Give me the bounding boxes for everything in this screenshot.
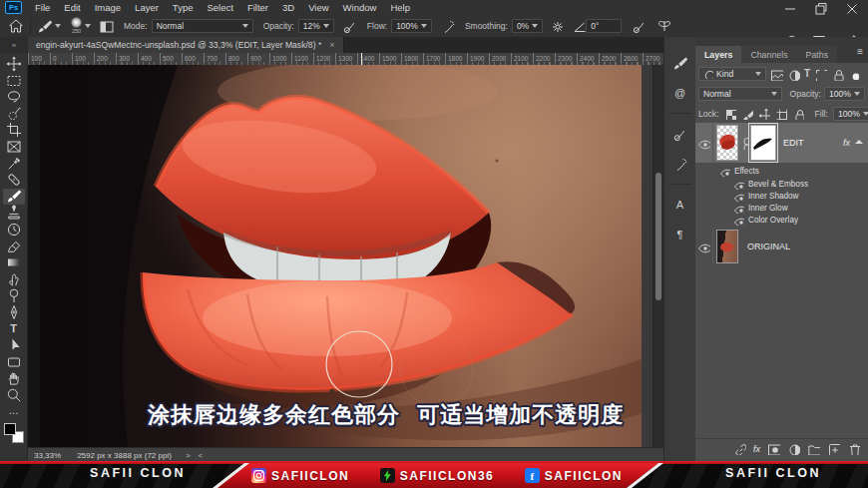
new-layer-icon[interactable] xyxy=(827,442,840,455)
character-panel-icon[interactable]: A xyxy=(669,195,691,215)
close-button[interactable] xyxy=(844,1,858,15)
add-layer-mask-icon[interactable] xyxy=(767,442,780,455)
tool-clone-stamp[interactable] xyxy=(3,205,25,221)
clone-source-panel-icon[interactable]: @ xyxy=(669,83,691,103)
pressure-opacity-icon[interactable] xyxy=(342,19,357,34)
brush-preset-picker[interactable]: 250 xyxy=(71,17,82,35)
lock-position-icon[interactable] xyxy=(758,108,770,120)
tool-dodge[interactable] xyxy=(3,287,25,303)
tool-eyedropper[interactable] xyxy=(3,156,25,172)
pressure-size-icon[interactable] xyxy=(632,19,647,34)
fill-field[interactable]: 100% xyxy=(833,107,868,121)
tool-gradient[interactable] xyxy=(3,254,25,270)
menu-file[interactable]: File xyxy=(35,2,50,13)
tool-zoom[interactable] xyxy=(3,387,25,403)
brush-settings-panel-icon[interactable] xyxy=(669,53,691,73)
layer-row-original[interactable]: ORIGINAL xyxy=(695,228,868,265)
vertical-scrollbar[interactable] xyxy=(652,65,663,447)
new-group-icon[interactable] xyxy=(807,442,820,455)
home-icon[interactable] xyxy=(8,18,24,34)
filter-shape-layers-icon[interactable] xyxy=(814,68,827,81)
tool-pen[interactable] xyxy=(3,304,25,320)
effects-eye-icon[interactable] xyxy=(719,166,730,177)
brushes-panel-icon[interactable] xyxy=(669,154,691,174)
lock-paint-icon[interactable] xyxy=(741,108,753,120)
layer-style-icon[interactable]: fx xyxy=(753,444,760,454)
lock-artboard-icon[interactable] xyxy=(775,108,787,120)
filter-pixel-layers-icon[interactable] xyxy=(770,68,783,81)
lock-transparency-icon[interactable] xyxy=(724,108,736,120)
collapse-effects-icon[interactable] xyxy=(855,140,863,144)
layer-thumbnail-edit[interactable] xyxy=(716,125,738,161)
tab-overflow-chevron[interactable]: » xyxy=(0,37,28,53)
tool-rectangle[interactable] xyxy=(3,354,25,370)
tool-hand[interactable] xyxy=(3,370,25,386)
layer-visibility-eye-icon[interactable] xyxy=(695,123,713,163)
filter-smart-objects-icon[interactable] xyxy=(831,68,844,81)
tab-channels[interactable]: Channels xyxy=(741,46,796,63)
tool-quick-selection[interactable] xyxy=(3,106,25,122)
document-tab-close[interactable]: × xyxy=(329,40,334,50)
menu-filter[interactable]: Filter xyxy=(247,2,268,13)
color-swatches[interactable] xyxy=(3,422,25,444)
paragraph-panel-icon[interactable]: ¶ xyxy=(669,225,691,244)
smoothing-gear-icon[interactable] xyxy=(550,19,564,33)
tool-history-brush[interactable] xyxy=(3,222,25,238)
menu-view[interactable]: View xyxy=(308,2,328,13)
blend-mode-select[interactable]: Normal xyxy=(152,19,253,33)
adjustment-layer-icon[interactable] xyxy=(787,442,800,455)
menu-image[interactable]: Image xyxy=(95,2,121,13)
flow-field[interactable]: 100% xyxy=(391,19,432,33)
brush-panel-icon[interactable] xyxy=(669,124,691,144)
menu-select[interactable]: Select xyxy=(207,2,232,13)
brush-tool-icon[interactable] xyxy=(37,19,52,34)
tool-move[interactable] xyxy=(3,56,25,72)
tab-layers[interactable]: Layers xyxy=(695,46,741,63)
restore-button[interactable] xyxy=(813,1,827,15)
layer-mask-thumbnail[interactable] xyxy=(750,125,776,161)
effect-row-inner-shadow[interactable]: Inner Shadow xyxy=(695,190,868,202)
filter-adjustment-layers-icon[interactable] xyxy=(787,68,800,81)
layer-thumbnail-original[interactable] xyxy=(716,230,738,263)
menu-layer[interactable]: Layer xyxy=(135,2,159,13)
layer-visibility-eye-icon[interactable] xyxy=(695,228,713,265)
link-layers-icon[interactable] xyxy=(733,442,746,455)
effect-eye-icon[interactable] xyxy=(733,203,744,214)
minimize-button[interactable] xyxy=(782,1,796,15)
lock-all-icon[interactable] xyxy=(792,108,804,120)
airbrush-icon[interactable] xyxy=(440,19,455,34)
status-prev-arrow[interactable]: < xyxy=(199,451,204,460)
effect-eye-icon[interactable] xyxy=(733,179,744,190)
brush-preset-caret[interactable] xyxy=(85,24,91,28)
tab-paths[interactable]: Paths xyxy=(797,46,838,63)
opacity-field[interactable]: 12% xyxy=(298,19,334,33)
layer-fx-badge[interactable]: fx xyxy=(843,138,850,148)
menu-type[interactable]: Type xyxy=(173,2,194,13)
effect-row-color-overlay[interactable]: Color Overlay xyxy=(695,214,868,226)
document-canvas[interactable] xyxy=(28,65,653,447)
tool-marquee[interactable] xyxy=(3,73,25,89)
tool-eraser[interactable] xyxy=(3,239,25,254)
tool-lasso[interactable] xyxy=(3,89,25,105)
document-tab[interactable]: engin-akyurt-4aSQwMectnc-unsplash.psd @ … xyxy=(28,37,344,53)
menu-3d[interactable]: 3D xyxy=(282,2,294,13)
foreground-color-swatch[interactable] xyxy=(4,423,16,435)
delete-layer-icon[interactable] xyxy=(847,442,860,455)
panel-menu-icon[interactable]: ≡ xyxy=(857,46,863,57)
effect-row-inner-glow[interactable]: Inner Glow xyxy=(695,202,868,214)
effects-header-row[interactable]: Effects xyxy=(695,165,868,177)
mask-link-icon[interactable] xyxy=(739,137,748,150)
tool-brush[interactable] xyxy=(3,189,25,205)
effect-row-bevel-emboss[interactable]: Bevel & Emboss xyxy=(695,178,868,190)
menu-edit[interactable]: Edit xyxy=(64,2,80,13)
effect-eye-icon[interactable] xyxy=(733,215,744,226)
layer-row-edit[interactable]: EDIT fx xyxy=(695,123,868,163)
vertical-scrollbar-thumb[interactable] xyxy=(655,173,661,300)
brush-angle-field[interactable]: 0° xyxy=(586,19,622,33)
tool-path-selection[interactable] xyxy=(3,337,25,353)
status-next-arrow[interactable]: > xyxy=(186,451,191,460)
filter-kind-select[interactable]: Kind xyxy=(698,67,766,81)
tool-crop[interactable] xyxy=(3,122,25,138)
tool-smudge[interactable] xyxy=(3,271,25,287)
tool-type[interactable]: T xyxy=(3,321,25,337)
